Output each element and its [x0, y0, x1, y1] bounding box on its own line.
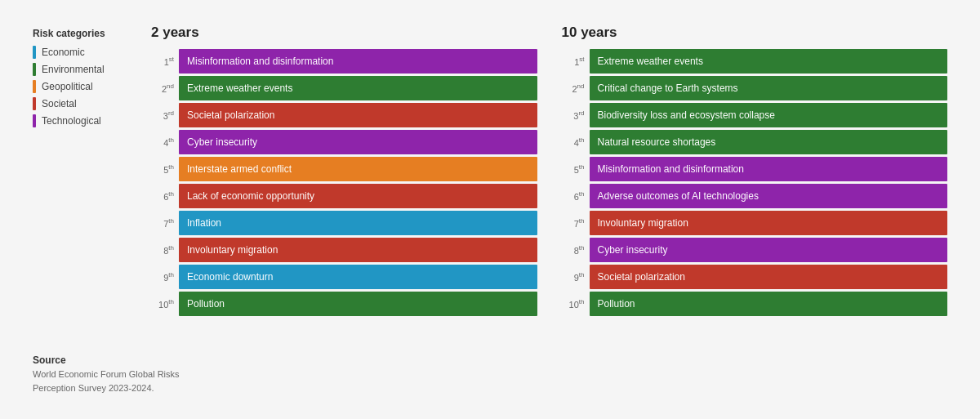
content-area: Risk categories Economic Environmental G…	[33, 25, 947, 330]
rank-label: 8th	[562, 244, 585, 256]
rank-bar: Societal polarization	[179, 103, 537, 127]
rank-bar: Natural resource shortages	[590, 130, 948, 154]
rank-row: 6thLack of economic opportunity	[151, 184, 537, 208]
rank-bar: Pollution	[179, 292, 537, 316]
rank-label: 5th	[151, 163, 174, 175]
ten-years-rows: 1stExtreme weather events2ndCritical cha…	[562, 49, 948, 316]
two-years-section: 2 years 1stMisinformation and disinforma…	[151, 25, 537, 330]
source-title: Source	[33, 354, 947, 366]
rank-row: 5thInterstate armed conflict	[151, 157, 537, 181]
rank-row: 7thInvoluntary migration	[562, 211, 948, 235]
two-years-title: 2 years	[151, 25, 537, 41]
rank-bar: Critical change to Earth systems	[590, 76, 948, 100]
rank-label: 1st	[151, 56, 174, 67]
rank-label: 7th	[562, 217, 585, 229]
rank-label: 10th	[562, 298, 585, 310]
legend-color-swatch	[33, 46, 36, 59]
legend-item: Geopolitical	[33, 80, 151, 93]
rank-label: 6th	[151, 190, 174, 202]
rank-bar: Extreme weather events	[590, 49, 948, 74]
ten-years-section: 10 years 1stExtreme weather events2ndCri…	[562, 25, 948, 330]
rank-label: 8th	[151, 244, 174, 256]
rank-row: 8thCyber insecurity	[562, 238, 948, 262]
rank-row: 7thInflation	[151, 211, 537, 235]
rank-label: 2nd	[151, 82, 174, 94]
rank-row: 10thPollution	[151, 292, 537, 316]
two-years-rows: 1stMisinformation and disinformation2ndE…	[151, 49, 537, 316]
legend-item-label: Economic	[42, 47, 85, 58]
rank-bar: Lack of economic opportunity	[179, 184, 537, 208]
rank-label: 9th	[151, 271, 174, 283]
rank-bar: Misinformation and disinformation	[590, 157, 948, 181]
legend-color-swatch	[33, 114, 36, 127]
legend-item: Economic	[33, 46, 151, 59]
legend-color-swatch	[33, 97, 36, 110]
rank-row: 9thEconomic downturn	[151, 265, 537, 289]
legend-title: Risk categories	[33, 28, 151, 39]
rank-row: 8thInvoluntary migration	[151, 238, 537, 262]
source-text: World Economic Forum Global RisksPercept…	[33, 368, 947, 394]
legend-item: Technological	[33, 114, 151, 127]
legend-item-label: Technological	[42, 115, 101, 127]
rank-bar: Extreme weather events	[179, 76, 537, 100]
rank-bar: Cyber insecurity	[179, 130, 537, 154]
rank-bar: Involuntary migration	[590, 211, 948, 235]
legend-item-label: Societal	[42, 98, 77, 109]
rank-label: 4th	[151, 136, 174, 148]
rank-row: 9thSocietal polarization	[562, 265, 948, 289]
rank-label: 4th	[562, 136, 585, 148]
legend-item: Environmental	[33, 63, 151, 76]
rank-bar: Involuntary migration	[179, 238, 537, 262]
rank-bar: Economic downturn	[179, 265, 537, 289]
legend-color-swatch	[33, 63, 36, 76]
rank-bar: Societal polarization	[590, 265, 948, 289]
rank-row: 1stMisinformation and disinformation	[151, 49, 537, 74]
ten-years-title: 10 years	[562, 25, 948, 41]
rank-row: 2ndCritical change to Earth systems	[562, 76, 948, 100]
rank-label: 1st	[562, 56, 585, 67]
rank-row: 5thMisinformation and disinformation	[562, 157, 948, 181]
source-section: Source World Economic Forum Global Risks…	[33, 346, 947, 394]
rank-label: 2nd	[562, 82, 585, 94]
rank-row: 2ndExtreme weather events	[151, 76, 537, 100]
legend-item-label: Environmental	[42, 64, 105, 75]
charts-area: 2 years 1stMisinformation and disinforma…	[151, 25, 947, 330]
rank-bar: Cyber insecurity	[590, 238, 948, 262]
rank-row: 3rdBiodiversity loss and ecosystem colla…	[562, 103, 948, 127]
rank-row: 3rdSocietal polarization	[151, 103, 537, 127]
rank-row: 4thNatural resource shortages	[562, 130, 948, 154]
rank-bar: Misinformation and disinformation	[179, 49, 537, 74]
rank-bar: Inflation	[179, 211, 537, 235]
rank-bar: Adverse outcomes of AI technologies	[590, 184, 948, 208]
rank-row: 4thCyber insecurity	[151, 130, 537, 154]
main-container: Risk categories Economic Environmental G…	[0, 0, 980, 419]
rank-label: 7th	[151, 217, 174, 229]
rank-label: 10th	[151, 298, 174, 310]
rank-bar: Interstate armed conflict	[179, 157, 537, 181]
rank-label: 6th	[562, 190, 585, 202]
rank-row: 10thPollution	[562, 292, 948, 316]
rank-label: 3rd	[151, 109, 174, 121]
rank-label: 9th	[562, 271, 585, 283]
legend: Risk categories Economic Environmental G…	[33, 25, 151, 330]
legend-item-label: Geopolitical	[42, 81, 93, 92]
rank-label: 3rd	[562, 109, 585, 121]
rank-label: 5th	[562, 163, 585, 175]
rank-row: 1stExtreme weather events	[562, 49, 948, 74]
legend-color-swatch	[33, 80, 36, 93]
rank-bar: Biodiversity loss and ecosystem collapse	[590, 103, 948, 127]
rank-bar: Pollution	[590, 292, 948, 316]
rank-row: 6thAdverse outcomes of AI technologies	[562, 184, 948, 208]
legend-item: Societal	[33, 97, 151, 110]
